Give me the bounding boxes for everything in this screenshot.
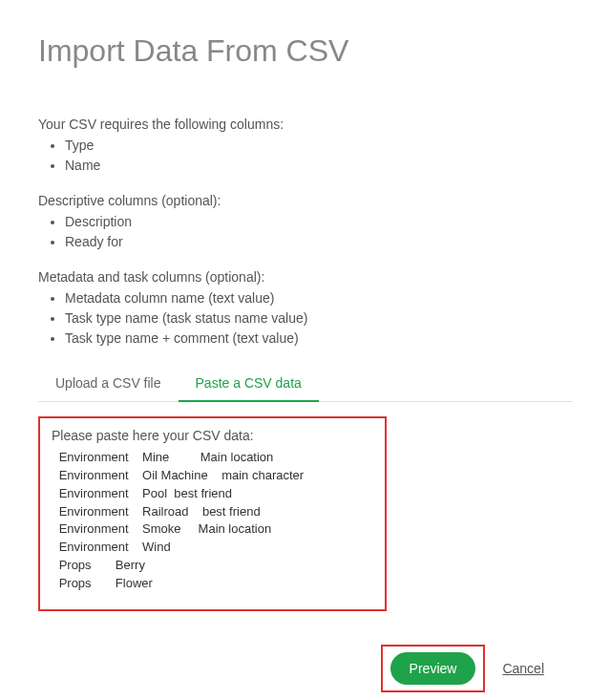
preview-highlight: Preview (381, 645, 486, 692)
tab-paste[interactable]: Paste a CSV data (179, 366, 319, 402)
list-item: Task type name + comment (text value) (65, 329, 573, 349)
page-title: Import Data From CSV (38, 33, 573, 69)
required-columns-list: Type Name (38, 136, 573, 176)
list-item: Task type name (task status name value) (65, 308, 573, 329)
required-columns-intro: Your CSV requires the following columns: (38, 117, 573, 132)
csv-textarea[interactable] (52, 449, 373, 592)
metadata-columns-intro: Metadata and task columns (optional): (38, 269, 573, 285)
descriptive-columns-list: Description Ready for (38, 212, 573, 252)
list-item: Metadata column name (text value) (65, 288, 573, 308)
list-item: Type (65, 136, 573, 156)
tab-upload[interactable]: Upload a CSV file (38, 366, 179, 402)
list-item: Ready for (65, 232, 573, 252)
cancel-link[interactable]: Cancel (502, 661, 544, 676)
paste-label: Please paste here your CSV data: (52, 428, 373, 443)
tabs-container: Upload a CSV file Paste a CSV data (38, 366, 573, 402)
actions-row: Preview Cancel (38, 645, 573, 692)
preview-button[interactable]: Preview (390, 652, 476, 685)
metadata-columns-list: Metadata column name (text value) Task t… (38, 288, 573, 349)
list-item: Name (65, 156, 573, 176)
descriptive-columns-intro: Descriptive columns (optional): (38, 193, 573, 208)
paste-area-highlight: Please paste here your CSV data: (38, 416, 387, 611)
list-item: Description (65, 212, 573, 232)
